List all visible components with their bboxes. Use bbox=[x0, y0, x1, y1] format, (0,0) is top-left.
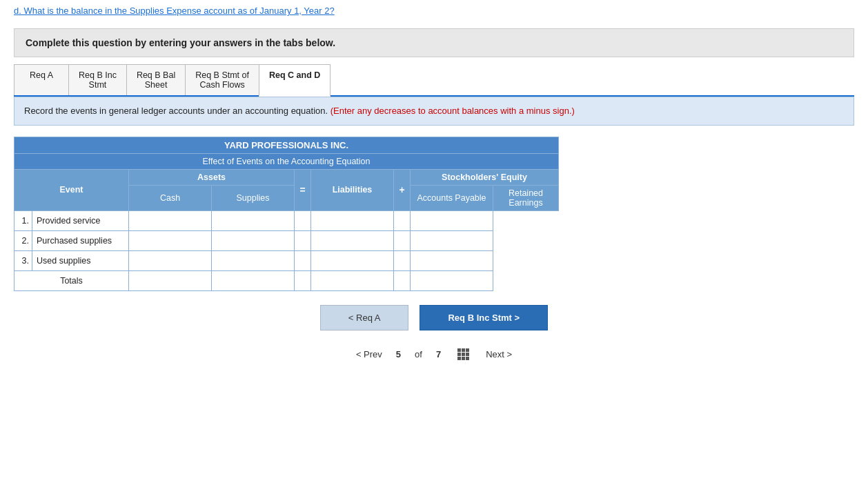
table-section: YARD PROFESSIONALS INC. Effect of Events… bbox=[14, 137, 854, 291]
cash-input-cell-3[interactable] bbox=[129, 250, 212, 270]
header-equals: = bbox=[295, 169, 311, 210]
next-page-link[interactable]: Next > bbox=[486, 349, 512, 359]
accounting-table: YARD PROFESSIONALS INC. Effect of Events… bbox=[14, 137, 559, 291]
tab-req-b-inc[interactable]: Req B IncStmt bbox=[68, 64, 127, 95]
equals-operator-1: = bbox=[295, 210, 311, 230]
header-plus1: + bbox=[394, 169, 411, 210]
table-title: YARD PROFESSIONALS INC. bbox=[14, 137, 559, 153]
page-total: 7 bbox=[436, 349, 441, 359]
retained-earnings-total-input[interactable] bbox=[415, 274, 489, 288]
description-red-text: (Enter any decreases to account balances… bbox=[331, 106, 575, 116]
cash-total-cell[interactable] bbox=[129, 270, 212, 290]
row-num: 1. bbox=[14, 210, 32, 230]
supplies-input-cell-2[interactable] bbox=[212, 230, 295, 250]
tab-req-b-bal[interactable]: Req B BalSheet bbox=[126, 64, 186, 95]
instruction-text: Complete this question by entering your … bbox=[26, 37, 335, 48]
header-liabilities: Liabilities bbox=[311, 169, 394, 210]
accounts-payable-total-input[interactable] bbox=[315, 274, 389, 288]
table-subtitle: Effect of Events on the Accounting Equat… bbox=[14, 153, 559, 169]
header-event: Event bbox=[14, 169, 129, 210]
plus-operator-total: + bbox=[394, 270, 411, 290]
nav-buttons: < Req A Req B Inc Stmt > bbox=[0, 305, 868, 330]
table-row: 2. Purchased supplies = + bbox=[14, 230, 559, 250]
tab-req-a[interactable]: Req A bbox=[14, 64, 69, 95]
header-accounts-payable: Accounts Payable bbox=[411, 185, 493, 210]
equals-operator-3: = bbox=[295, 250, 311, 270]
instruction-box: Complete this question by entering your … bbox=[14, 28, 854, 57]
description-box: Record the events in general ledger acco… bbox=[14, 97, 854, 126]
header-cash: Cash bbox=[129, 185, 212, 210]
equals-operator-2: = bbox=[295, 230, 311, 250]
bottom-nav: < Prev 5 of 7 Next > bbox=[0, 337, 868, 371]
tab-req-c-d[interactable]: Req C and D bbox=[259, 64, 331, 97]
top-question-link[interactable]: d. What is the balance in the Supplies E… bbox=[0, 0, 868, 21]
supplies-input-cell-3[interactable] bbox=[212, 250, 295, 270]
plus-operator-3: + bbox=[394, 250, 411, 270]
event-label: Purchased supplies bbox=[32, 230, 129, 250]
prev-req-button[interactable]: < Req A bbox=[320, 305, 409, 330]
totals-row: Totals = + bbox=[14, 270, 559, 290]
accounts-payable-input-1[interactable] bbox=[315, 214, 389, 228]
supplies-input-3[interactable] bbox=[216, 254, 290, 268]
totals-label: Totals bbox=[14, 270, 129, 290]
retained-earnings-input-cell-3[interactable] bbox=[411, 250, 493, 270]
row-num: 2. bbox=[14, 230, 32, 250]
plus-operator-2: + bbox=[394, 230, 411, 250]
header-supplies: Supplies bbox=[212, 185, 295, 210]
tabs-container: Req A Req B IncStmt Req B BalSheet Req B… bbox=[14, 64, 854, 97]
event-label: Provided service bbox=[32, 210, 129, 230]
accounts-payable-input-3[interactable] bbox=[315, 254, 389, 268]
supplies-input-1[interactable] bbox=[216, 214, 290, 228]
header-stockholders: Stockholders' Equity bbox=[411, 169, 559, 185]
supplies-input-cell-1[interactable] bbox=[212, 210, 295, 230]
accounts-payable-input-cell-2[interactable] bbox=[311, 230, 394, 250]
header-assets: Assets bbox=[129, 169, 295, 185]
cash-input-1[interactable] bbox=[133, 214, 207, 228]
accounts-payable-input-2[interactable] bbox=[315, 234, 389, 248]
table-row: 1. Provided service = + bbox=[14, 210, 559, 230]
grid-icon[interactable] bbox=[455, 348, 472, 360]
header-retained-earnings: Retained Earnings bbox=[493, 185, 559, 210]
plus-operator-1: + bbox=[394, 210, 411, 230]
supplies-total-cell[interactable] bbox=[212, 270, 295, 290]
page-current: 5 bbox=[396, 349, 401, 359]
accounts-payable-total-cell[interactable] bbox=[311, 270, 394, 290]
cash-input-2[interactable] bbox=[133, 234, 207, 248]
description-text: Record the events in general ledger acco… bbox=[24, 106, 328, 116]
prev-page-link[interactable]: < Prev bbox=[356, 349, 382, 359]
retained-earnings-input-cell-2[interactable] bbox=[411, 230, 493, 250]
equals-operator-total: = bbox=[295, 270, 311, 290]
row-num: 3. bbox=[14, 250, 32, 270]
accounts-payable-input-cell-1[interactable] bbox=[311, 210, 394, 230]
cash-input-cell-1[interactable] bbox=[129, 210, 212, 230]
tab-req-b-stmt[interactable]: Req B Stmt ofCash Flows bbox=[185, 64, 259, 95]
retained-earnings-input-1[interactable] bbox=[415, 214, 489, 228]
next-req-button[interactable]: Req B Inc Stmt > bbox=[420, 305, 548, 330]
page-of: of bbox=[415, 349, 422, 359]
event-label: Used supplies bbox=[32, 250, 129, 270]
retained-earnings-total-cell[interactable] bbox=[411, 270, 493, 290]
cash-input-cell-2[interactable] bbox=[129, 230, 212, 250]
retained-earnings-input-2[interactable] bbox=[415, 234, 489, 248]
retained-earnings-input-cell-1[interactable] bbox=[411, 210, 493, 230]
table-row: 3. Used supplies = + bbox=[14, 250, 559, 270]
cash-total-input[interactable] bbox=[133, 274, 207, 288]
retained-earnings-input-3[interactable] bbox=[415, 254, 489, 268]
supplies-total-input[interactable] bbox=[216, 274, 290, 288]
cash-input-3[interactable] bbox=[133, 254, 207, 268]
accounts-payable-input-cell-3[interactable] bbox=[311, 250, 394, 270]
supplies-input-2[interactable] bbox=[216, 234, 290, 248]
